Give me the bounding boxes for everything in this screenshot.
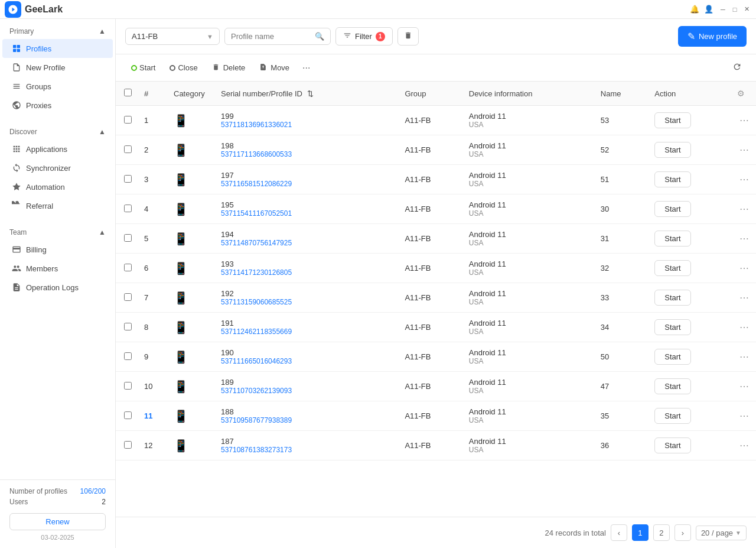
row-more-button[interactable]: ⋯ [737,290,751,305]
row-start-button[interactable]: Start [654,408,690,424]
row-more-cell: ⋯ [732,224,756,254]
sidebar-item-members[interactable]: Members [2,259,113,278]
sidebar-item-new-profile[interactable]: New Profile [2,58,113,77]
refresh-button[interactable] [728,59,747,76]
row-start-button[interactable]: Start [654,349,690,365]
row-more-button[interactable]: ⋯ [737,202,751,216]
row-serial-num: 197 [221,171,395,180]
discover-section-header[interactable]: Discover ▲ [0,124,115,140]
row-more-button[interactable]: ⋯ [737,320,751,335]
row-checkbox[interactable] [124,411,132,419]
row-more-button[interactable]: ⋯ [737,349,751,364]
row-more-button[interactable]: ⋯ [737,172,751,187]
page-1-button[interactable]: 1 [632,524,649,541]
row-start-button[interactable]: Start [654,378,690,394]
row-start-button[interactable]: Start [654,112,690,128]
row-serial: 198 537117113668600533 [216,135,400,165]
sidebar-item-applications[interactable]: Applications [2,140,113,158]
sidebar-item-operation-logs[interactable]: Operation Logs [2,278,113,297]
sidebar-item-automation[interactable]: Automation [2,177,113,196]
row-checkbox[interactable] [124,323,132,330]
row-more-cell: ⋯ [732,342,756,372]
group-selector[interactable]: A11-FB ▼ [125,28,220,45]
row-start-button[interactable]: Start [654,437,690,453]
sidebar-item-referral[interactable]: Referral [2,196,113,215]
next-page-button[interactable]: › [674,524,691,541]
delete-button[interactable]: Delete [206,60,252,76]
row-checkbox[interactable] [124,116,132,124]
row-start-button[interactable]: Start [654,260,690,276]
app-name: GeeLark [25,4,63,15]
start-button[interactable]: Start [125,60,161,75]
row-more-button[interactable]: ⋯ [737,438,751,453]
action-bar: Start Close Delete Move ··· [116,54,756,82]
row-checkbox[interactable] [124,145,132,153]
user-avatar[interactable]: 👤 [704,5,713,14]
row-start-button[interactable]: Start [654,201,690,217]
row-num: 11 [139,401,169,431]
row-serial: 188 537109587677938389 [216,401,400,431]
team-section-header[interactable]: Team ▲ [0,225,115,240]
row-checkbox[interactable] [124,441,132,449]
sidebar-item-billing[interactable]: Billing [2,240,113,259]
row-start-button[interactable]: Start [654,319,690,335]
sort-icon[interactable]: ⇅ [307,89,314,98]
row-more-button[interactable]: ⋯ [737,379,751,394]
col-category-header: Category [169,82,216,106]
row-profile-id: 537111665016046293 [221,357,395,365]
row-country: USA [469,239,591,247]
col-checkbox [116,82,139,106]
row-start-button[interactable]: Start [654,142,690,158]
row-num: 6 [139,254,169,283]
row-name: 34 [596,313,650,342]
primary-section-header[interactable]: Primary ▲ [0,24,115,39]
sidebar-item-proxies[interactable]: Proxies [2,96,113,115]
page-2-button[interactable]: 2 [653,524,670,541]
table-row: 5 📱 194 537114870756147925 A11-FB Androi… [116,224,756,254]
row-checkbox[interactable] [124,293,132,301]
row-os: Android 11 [469,112,591,121]
prev-page-button[interactable]: ‹ [611,524,627,541]
row-checkbox[interactable] [124,205,132,212]
row-checkbox[interactable] [124,264,132,271]
filter-icon [343,31,351,41]
row-checkbox[interactable] [124,234,132,242]
select-all-checkbox[interactable] [124,89,132,96]
row-checkbox[interactable] [124,352,132,360]
sidebar-item-profiles[interactable]: Profiles [2,39,113,58]
filter-button[interactable]: Filter 1 [335,27,393,46]
trash-button[interactable] [397,27,419,46]
row-serial: 187 537108761383273173 [216,431,400,461]
close-button[interactable]: ✕ [742,5,751,14]
row-more-button[interactable]: ⋯ [737,142,751,157]
row-start-button[interactable]: Start [654,171,690,187]
new-profile-button[interactable]: ✎ New profile [678,26,747,47]
sidebar-item-synchronizer[interactable]: Synchronizer [2,158,113,177]
row-action: Start [650,135,732,165]
row-start-button[interactable]: Start [654,231,690,247]
sidebar-item-groups[interactable]: Groups [2,77,113,96]
search-input[interactable] [231,32,311,41]
row-more-button[interactable]: ⋯ [737,231,751,246]
row-checkbox[interactable] [124,175,132,183]
row-more-button[interactable]: ⋯ [737,113,751,128]
close-button[interactable]: Close [164,60,203,75]
row-start-button[interactable]: Start [654,290,690,306]
row-more-button[interactable]: ⋯ [737,261,751,275]
row-more-cell: ⋯ [732,194,756,224]
profiles-stat: Number of profiles 106/200 [9,487,106,495]
discover-label: Discover [9,128,37,136]
notification-icon[interactable]: 🔔 [690,5,699,14]
maximize-button[interactable]: □ [730,5,739,14]
row-device: Android 11 USA [464,313,596,342]
more-button[interactable]: ··· [298,60,315,76]
minimize-button[interactable]: ─ [718,5,728,14]
settings-icon[interactable]: ⚙ [737,89,745,98]
row-more-button[interactable]: ⋯ [737,408,751,423]
row-checkbox[interactable] [124,382,132,390]
move-button[interactable]: Move [253,60,295,76]
delete-icon [212,63,220,73]
renew-button[interactable]: Renew [9,513,106,530]
window-controls: ─ □ ✕ [718,5,751,14]
per-page-selector[interactable]: 20 / page ▼ [696,526,747,540]
